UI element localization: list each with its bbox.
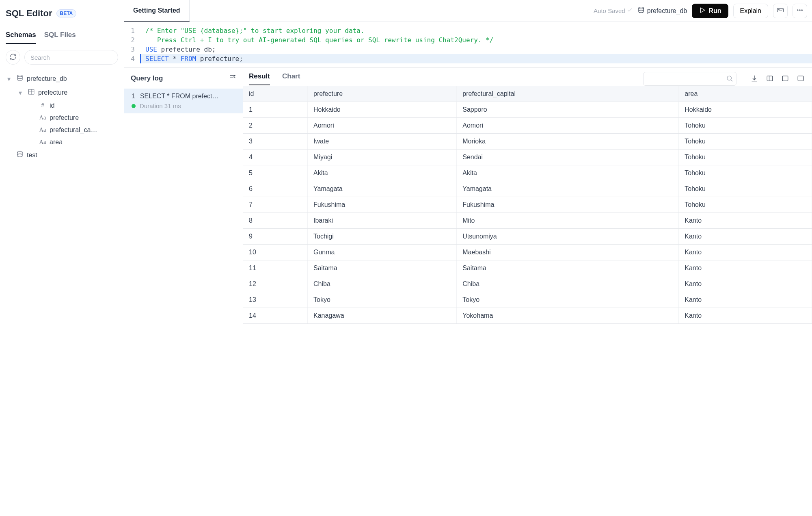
table-cell[interactable]: 2 <box>243 118 308 134</box>
table-cell[interactable]: Yokohama <box>457 308 679 324</box>
table-cell[interactable]: Fukushima <box>308 197 457 213</box>
table-cell[interactable]: Iwate <box>308 134 457 150</box>
table-cell[interactable]: Akita <box>308 165 457 181</box>
table-cell[interactable]: 5 <box>243 165 308 181</box>
query-log-item[interactable]: 1SELECT * FROM prefect…Duration 31 ms <box>124 89 243 113</box>
tree-column-row[interactable]: #id <box>28 100 121 112</box>
collapse-icon[interactable] <box>229 74 236 83</box>
table-cell[interactable]: Miyagi <box>308 150 457 165</box>
table-cell[interactable]: Sapporo <box>457 102 679 118</box>
table-cell[interactable]: 12 <box>243 276 308 292</box>
table-cell[interactable]: Kanto <box>679 213 812 229</box>
run-button[interactable]: Run <box>692 4 728 18</box>
table-row[interactable]: 3IwateMoriokaTohoku <box>243 134 812 150</box>
table-cell[interactable]: Tohoku <box>679 118 812 134</box>
results-tab-result[interactable]: Result <box>249 72 270 85</box>
table-row[interactable]: 8IbarakiMitoKanto <box>243 213 812 229</box>
table-cell[interactable]: Kanto <box>679 276 812 292</box>
column-header[interactable]: area <box>679 86 812 102</box>
tab-schemas[interactable]: Schemas <box>6 31 36 44</box>
tree-db-row[interactable]: test <box>6 148 121 162</box>
table-cell[interactable]: Tohoku <box>679 134 812 150</box>
table-cell[interactable]: Yamagata <box>457 181 679 197</box>
table-cell[interactable]: Utsunomiya <box>457 229 679 245</box>
table-cell[interactable]: Maebashi <box>457 245 679 260</box>
table-cell[interactable]: Yamagata <box>308 181 457 197</box>
table-cell[interactable]: 10 <box>243 245 308 260</box>
column-header[interactable]: id <box>243 86 308 102</box>
tree-column-row[interactable]: Aaprefecture <box>28 112 121 124</box>
table-cell[interactable]: Chiba <box>457 276 679 292</box>
tab-sql-files[interactable]: SQL Files <box>44 31 76 44</box>
layout-side-button[interactable] <box>764 73 775 85</box>
table-cell[interactable]: Tohoku <box>679 165 812 181</box>
table-cell[interactable]: Fukushima <box>457 197 679 213</box>
table-cell[interactable]: Gunma <box>308 245 457 260</box>
code-line[interactable]: Press Ctrl + I to try out AI-generated S… <box>141 35 812 45</box>
table-cell[interactable]: Sendai <box>457 150 679 165</box>
table-cell[interactable]: Aomori <box>457 118 679 134</box>
code-line[interactable]: /* Enter "USE {database};" to start expl… <box>141 26 812 35</box>
table-cell[interactable]: 1 <box>243 102 308 118</box>
table-row[interactable]: 6YamagataYamagataTohoku <box>243 181 812 197</box>
search-input[interactable] <box>24 50 118 65</box>
table-cell[interactable]: Tokyo <box>457 292 679 308</box>
table-row[interactable]: 2AomoriAomoriTohoku <box>243 118 812 134</box>
table-cell[interactable]: Saitama <box>457 260 679 276</box>
table-row[interactable]: 4MiyagiSendaiTohoku <box>243 150 812 165</box>
editor-code[interactable]: /* Enter "USE {database};" to start expl… <box>139 22 812 67</box>
table-row[interactable]: 5AkitaAkitaTohoku <box>243 165 812 181</box>
table-cell[interactable]: Tochigi <box>308 229 457 245</box>
table-cell[interactable]: Hokkaido <box>308 102 457 118</box>
table-row[interactable]: 11SaitamaSaitamaKanto <box>243 260 812 276</box>
more-button[interactable] <box>793 4 807 18</box>
code-editor[interactable]: 1234 /* Enter "USE {database};" to start… <box>124 22 812 68</box>
table-row[interactable]: 14KanagawaYokohamaKanto <box>243 308 812 324</box>
table-cell[interactable]: Aomori <box>308 118 457 134</box>
table-cell[interactable]: 8 <box>243 213 308 229</box>
table-cell[interactable]: Kanto <box>679 292 812 308</box>
column-header[interactable]: prefectural_capital <box>457 86 679 102</box>
table-cell[interactable]: Tohoku <box>679 181 812 197</box>
table-cell[interactable]: 4 <box>243 150 308 165</box>
tree-db-row[interactable]: ▾ prefecture_db <box>6 72 121 86</box>
table-cell[interactable]: Kanto <box>679 308 812 324</box>
table-row[interactable]: 13TokyoTokyoKanto <box>243 292 812 308</box>
table-row[interactable]: 1HokkaidoSapporoHokkaido <box>243 102 812 118</box>
table-cell[interactable]: 14 <box>243 308 308 324</box>
table-row[interactable]: 12ChibaChibaKanto <box>243 276 812 292</box>
table-cell[interactable]: Tohoku <box>679 150 812 165</box>
table-cell[interactable]: Kanto <box>679 245 812 260</box>
table-cell[interactable]: Akita <box>457 165 679 181</box>
code-line[interactable]: USE prefecture_db; <box>141 45 812 54</box>
table-cell[interactable]: 11 <box>243 260 308 276</box>
table-cell[interactable]: Morioka <box>457 134 679 150</box>
column-header[interactable]: prefecture <box>308 86 457 102</box>
layout-full-button[interactable] <box>795 73 806 85</box>
table-cell[interactable]: 7 <box>243 197 308 213</box>
results-search-input[interactable] <box>643 72 736 86</box>
table-cell[interactable]: 13 <box>243 292 308 308</box>
table-cell[interactable]: Ibaraki <box>308 213 457 229</box>
table-cell[interactable]: Kanagawa <box>308 308 457 324</box>
table-cell[interactable]: Kanto <box>679 260 812 276</box>
table-cell[interactable]: Hokkaido <box>679 102 812 118</box>
table-cell[interactable]: Mito <box>457 213 679 229</box>
keyboard-button[interactable] <box>773 4 788 18</box>
download-button[interactable] <box>749 73 760 85</box>
table-cell[interactable]: Saitama <box>308 260 457 276</box>
table-cell[interactable]: Chiba <box>308 276 457 292</box>
table-cell[interactable]: Tohoku <box>679 197 812 213</box>
table-row[interactable]: 10GunmaMaebashiKanto <box>243 245 812 260</box>
layout-bottom-button[interactable] <box>780 73 791 85</box>
table-cell[interactable]: Kanto <box>679 229 812 245</box>
code-line[interactable]: SELECT * FROM prefecture; <box>140 54 812 63</box>
editor-tab[interactable]: Getting Started <box>124 0 190 22</box>
tree-column-row[interactable]: Aaprefectural_ca… <box>28 124 121 136</box>
database-selector[interactable]: prefecture_db <box>637 7 687 15</box>
explain-button[interactable]: Explain <box>733 4 768 18</box>
results-grid-container[interactable]: idprefectureprefectural_capitalarea 1Hok… <box>243 86 812 516</box>
table-row[interactable]: 7FukushimaFukushimaTohoku <box>243 197 812 213</box>
table-cell[interactable]: 6 <box>243 181 308 197</box>
results-tab-chart[interactable]: Chart <box>282 72 300 85</box>
